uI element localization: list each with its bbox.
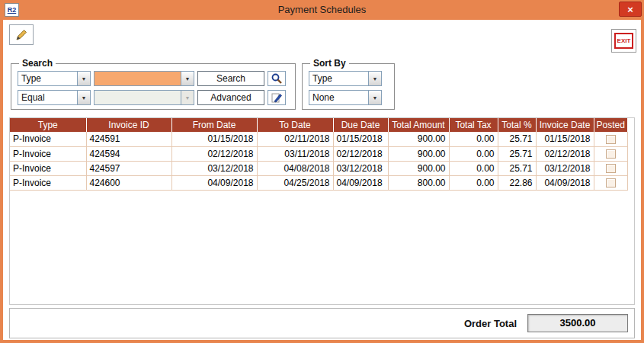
cell-invoice-id: 424591 (86, 132, 171, 146)
column-header-due-date[interactable]: Due Date (333, 118, 388, 132)
table-row[interactable]: P-Invoice42459101/15/201802/11/201801/15… (10, 132, 627, 146)
chevron-down-icon[interactable]: ▼ (77, 72, 90, 85)
chevron-down-icon[interactable]: ▼ (77, 91, 90, 104)
edit-button[interactable] (9, 24, 34, 45)
pen-icon (271, 91, 283, 104)
table-row[interactable]: P-Invoice42459402/12/201803/11/201802/12… (10, 146, 627, 161)
cell-invoice-date: 02/12/2018 (536, 146, 594, 161)
search-field-select[interactable]: Type ▼ (18, 71, 91, 86)
search-legend: Search (19, 58, 56, 69)
find-button[interactable] (268, 71, 286, 86)
order-total-value: 3500.00 (527, 314, 628, 332)
magnifier-icon (271, 72, 283, 85)
cell-total-amount: 900.00 (388, 132, 449, 146)
exit-button[interactable]: EXIT (611, 29, 636, 53)
cell-total-pct: 25.71 (498, 132, 536, 146)
cell-to-date: 04/08/2018 (257, 161, 333, 175)
column-header-type[interactable]: Type (10, 118, 86, 132)
column-header-posted[interactable]: Posted (594, 118, 627, 132)
cell-posted (594, 175, 627, 190)
search-operator-value: Equal (18, 91, 77, 104)
schedule-table: TypeInvoice IDFrom DateTo DateDue DateTo… (10, 118, 628, 191)
sortby-primary-value: Type (309, 72, 368, 85)
close-button[interactable]: × (619, 2, 642, 17)
cell-type: P-Invoice (10, 132, 86, 146)
cell-total-pct: 25.71 (498, 146, 536, 161)
posted-checkbox[interactable] (606, 135, 616, 144)
window-frame: R2 Payment Schedules × EXIT Search Type … (0, 0, 644, 343)
cell-posted (594, 161, 627, 175)
cell-total-amount: 900.00 (388, 161, 449, 175)
cell-from-date: 03/12/2018 (171, 161, 257, 175)
cell-due-date: 03/12/2018 (333, 161, 388, 175)
cell-total-tax: 0.00 (449, 132, 498, 146)
cell-to-date: 04/25/2018 (257, 175, 333, 190)
cell-total-pct: 22.86 (498, 175, 536, 190)
cell-due-date: 01/15/2018 (333, 132, 388, 146)
footer: Order Total 3500.00 (9, 308, 635, 338)
cell-from-date: 01/15/2018 (171, 132, 257, 146)
posted-checkbox[interactable] (606, 178, 616, 188)
search-button[interactable]: Search (197, 71, 264, 86)
advanced-button[interactable]: Advanced (197, 90, 264, 105)
search-row-1: Type ▼ ▼ Search (18, 71, 289, 86)
advanced-find-button[interactable] (268, 90, 286, 105)
cell-total-amount: 900.00 (388, 146, 449, 161)
chevron-down-icon[interactable]: ▼ (368, 72, 381, 85)
order-total-label: Order Total (464, 318, 517, 329)
cell-from-date: 02/12/2018 (171, 146, 257, 161)
sortby-secondary-select[interactable]: None ▼ (309, 90, 382, 105)
schedule-table-area: TypeInvoice IDFrom DateTo DateDue DateTo… (9, 117, 635, 305)
posted-checkbox[interactable] (606, 149, 616, 159)
cell-total-tax: 0.00 (449, 146, 498, 161)
cell-invoice-date: 03/12/2018 (536, 161, 594, 175)
cell-invoice-id: 424594 (86, 146, 171, 161)
table-header-row: TypeInvoice IDFrom DateTo DateDue DateTo… (10, 118, 627, 132)
sortby-primary-select[interactable]: Type ▼ (309, 71, 382, 86)
cell-total-tax: 0.00 (449, 161, 498, 175)
dialog-content: EXIT Search Type ▼ ▼ Search (3, 20, 641, 340)
cell-type: P-Invoice (10, 161, 86, 175)
titlebar: R2 Payment Schedules × (0, 0, 644, 20)
column-header-total-amount[interactable]: Total Amount (388, 118, 449, 132)
column-header-from-date[interactable]: From Date (171, 118, 257, 132)
pencil-icon (14, 28, 28, 42)
sortby-row-2: None ▼ (309, 90, 388, 105)
search-operator-value-select: ▼ (94, 90, 194, 105)
table-row[interactable]: P-Invoice42460004/09/201804/25/201804/09… (10, 175, 627, 190)
cell-total-amount: 800.00 (388, 175, 449, 190)
search-value-text (95, 72, 181, 85)
table-body: P-Invoice42459101/15/201802/11/201801/15… (10, 132, 627, 190)
window-title: Payment Schedules (0, 4, 644, 15)
chevron-down-icon[interactable]: ▼ (181, 72, 194, 85)
sortby-groupbox: Sort By Type ▼ None ▼ (302, 58, 395, 110)
cell-invoice-date: 01/15/2018 (536, 132, 594, 146)
cell-posted (594, 146, 627, 161)
column-header-total-pct[interactable]: Total % (498, 118, 536, 132)
search-groupbox: Search Type ▼ ▼ Search (11, 58, 296, 110)
exit-label: EXIT (614, 33, 634, 49)
cell-total-pct: 25.71 (498, 161, 536, 175)
search-operator-select[interactable]: Equal ▼ (18, 90, 91, 105)
cell-invoice-id: 424600 (86, 175, 171, 190)
sortby-secondary-value: None (309, 91, 368, 104)
table-row[interactable]: P-Invoice42459703/12/201804/08/201803/12… (10, 161, 627, 175)
sortby-legend: Sort By (310, 58, 349, 69)
cell-from-date: 04/09/2018 (171, 175, 257, 190)
column-header-total-tax[interactable]: Total Tax (449, 118, 498, 132)
cell-to-date: 02/11/2018 (257, 132, 333, 146)
cell-invoice-date: 04/09/2018 (536, 175, 594, 190)
cell-invoice-id: 424597 (86, 161, 171, 175)
sortby-row-1: Type ▼ (309, 71, 388, 86)
search-operator-value-text (95, 91, 181, 104)
search-value-select[interactable]: ▼ (94, 71, 194, 86)
cell-total-tax: 0.00 (449, 175, 498, 190)
chevron-down-icon[interactable]: ▼ (368, 91, 381, 104)
cell-type: P-Invoice (10, 175, 86, 190)
cell-posted (594, 132, 627, 146)
column-header-invoice-id[interactable]: Invoice ID (86, 118, 171, 132)
column-header-to-date[interactable]: To Date (257, 118, 333, 132)
column-header-invoice-date[interactable]: Invoice Date (536, 118, 594, 132)
chevron-down-icon: ▼ (181, 91, 194, 104)
posted-checkbox[interactable] (606, 164, 616, 173)
